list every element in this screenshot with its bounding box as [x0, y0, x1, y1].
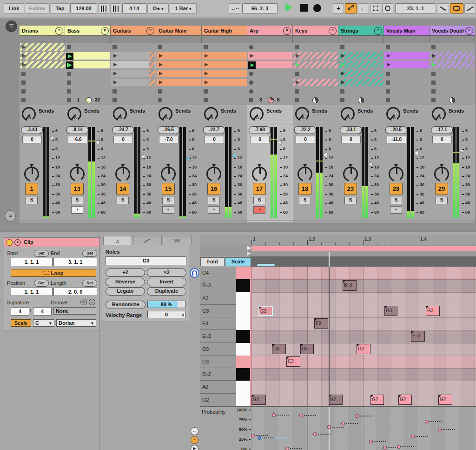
clip-slot[interactable] — [156, 60, 202, 70]
groove-select[interactable]: None — [53, 307, 96, 315]
follow-button[interactable]: Follow — [25, 3, 50, 13]
clip-slot[interactable] — [111, 87, 156, 96]
tab-notes[interactable]: ♫ — [103, 236, 132, 245]
track-header[interactable]: Guitars≡ — [111, 26, 156, 36]
group-menu-icon[interactable]: ≡ — [146, 27, 154, 35]
track-header[interactable]: Drums≡ — [20, 26, 65, 36]
pan-value-field[interactable]: -11.0 — [387, 136, 406, 143]
clip-slot[interactable] — [338, 60, 384, 70]
set-start-button[interactable]: Set — [34, 250, 49, 257]
clip-slot[interactable] — [202, 96, 247, 105]
volume-value-field[interactable]: -7.98 — [249, 126, 271, 134]
tab-expression[interactable] — [163, 236, 192, 245]
clip-slot[interactable] — [202, 69, 247, 79]
piano-key[interactable] — [236, 292, 250, 305]
fold-button[interactable]: Fold — [200, 257, 225, 266]
clip-slot[interactable] — [384, 69, 430, 79]
follow-arrow-button[interactable]: →·· — [229, 3, 241, 13]
send-a-knob[interactable]: A — [113, 107, 127, 121]
clip-slot[interactable] — [65, 52, 111, 61]
clip-slot[interactable] — [338, 52, 384, 61]
clip[interactable] — [339, 52, 383, 60]
clip-slot[interactable] — [202, 43, 247, 52]
scale-fold-button[interactable]: Scale — [225, 257, 251, 266]
tap-tempo-button[interactable]: Tap — [51, 3, 69, 13]
track-header[interactable]: Guitar High — [202, 26, 247, 36]
midi-note[interactable]: B♭3 — [343, 280, 357, 290]
track-header[interactable]: Arp▾ — [247, 26, 292, 36]
track-activate-button[interactable]: 15 — [162, 183, 175, 195]
clip-slot[interactable] — [20, 52, 65, 61]
legato-button[interactable]: Legato — [106, 287, 145, 296]
clip-slot[interactable] — [20, 43, 65, 52]
volume-fader-handle[interactable] — [232, 153, 236, 158]
probability-dot[interactable] — [258, 436, 261, 440]
time-signature-field[interactable]: 4 / 4 — [122, 3, 146, 13]
clip-start-field[interactable]: 1. 1. 1 — [11, 258, 53, 266]
draw-mode-button[interactable]: + — [333, 3, 344, 13]
piano-key[interactable] — [236, 330, 250, 343]
clip-slot[interactable] — [430, 43, 475, 52]
clip-slot[interactable] — [247, 69, 293, 79]
solo-button[interactable]: S — [162, 197, 174, 204]
pan-knob[interactable] — [252, 167, 267, 181]
midi-note[interactable]: G3 — [258, 306, 273, 316]
volume-value-field[interactable]: -3.43 — [21, 126, 43, 134]
piano-key[interactable] — [236, 305, 250, 318]
tab-envelopes[interactable] — [133, 236, 162, 245]
clip-slot[interactable] — [384, 43, 430, 52]
probability-plot[interactable] — [250, 407, 476, 450]
arm-button[interactable]: ● — [208, 206, 220, 214]
probability-dot[interactable] — [341, 422, 345, 425]
piano-key[interactable] — [236, 317, 250, 330]
clip[interactable] — [202, 52, 247, 60]
clip-slot[interactable] — [430, 96, 475, 105]
probability-dot[interactable] — [411, 435, 415, 438]
groove-apply-icon[interactable]: → — [89, 299, 95, 305]
volume-fader-handle[interactable] — [323, 153, 327, 157]
track-header[interactable]: Strings≡ — [338, 26, 383, 36]
solo-button[interactable]: S — [26, 197, 38, 204]
clip[interactable] — [430, 52, 475, 60]
piano-key[interactable] — [236, 343, 250, 356]
track-activate-button[interactable]: 18 — [298, 183, 311, 195]
signature-denominator-field[interactable]: 4 — [33, 307, 52, 316]
pan-knob[interactable] — [434, 167, 449, 181]
pan-value-field[interactable]: 0 — [296, 136, 315, 143]
clip-slot[interactable]: 38 — [247, 96, 293, 105]
midi-note[interactable]: G2 — [438, 395, 452, 405]
clip[interactable] — [20, 43, 65, 51]
tempo-field[interactable]: 129.00 — [70, 3, 97, 13]
lane-current-button[interactable]: • — [191, 436, 198, 444]
volume-value-field[interactable]: -33.1 — [340, 126, 362, 134]
track-header[interactable]: Bass▾ — [65, 26, 110, 36]
nudge-up-button[interactable] — [110, 3, 121, 13]
send-a-knob[interactable]: A — [67, 107, 81, 121]
probability-dot[interactable] — [425, 420, 429, 423]
clip-slot[interactable] — [111, 60, 156, 70]
scale-name-select[interactable]: Dorian▼ — [56, 319, 96, 327]
scale-toggle-button[interactable]: Scale — [11, 319, 31, 327]
clip[interactable] — [202, 70, 247, 77]
clip-slot[interactable] — [20, 69, 65, 79]
set-position-button[interactable]: Set — [34, 280, 49, 287]
clip-slot[interactable] — [202, 60, 247, 70]
pan-knob[interactable] — [161, 167, 176, 181]
track-activate-button[interactable]: 17 — [253, 183, 266, 195]
probability-dot[interactable] — [313, 432, 317, 436]
record-button[interactable] — [313, 3, 321, 13]
midi-note[interactable]: G3 — [384, 306, 397, 316]
capture-frame-button[interactable] — [370, 3, 381, 13]
track-activate-button[interactable]: 13 — [71, 183, 84, 195]
loop-start-field[interactable]: 23. 1. 1 — [395, 3, 436, 13]
clip[interactable] — [111, 79, 156, 86]
clip-slot[interactable] — [20, 96, 65, 105]
clip-slot[interactable] — [430, 69, 475, 79]
loop-button[interactable] — [450, 3, 463, 13]
solo-button[interactable]: S — [71, 197, 83, 204]
clip-slot[interactable] — [247, 78, 293, 87]
piano-key[interactable] — [236, 267, 250, 280]
clip[interactable] — [384, 61, 429, 68]
volume-value-field[interactable]: -26.5 — [158, 126, 179, 134]
pan-value-field[interactable]: 0 — [113, 136, 133, 143]
